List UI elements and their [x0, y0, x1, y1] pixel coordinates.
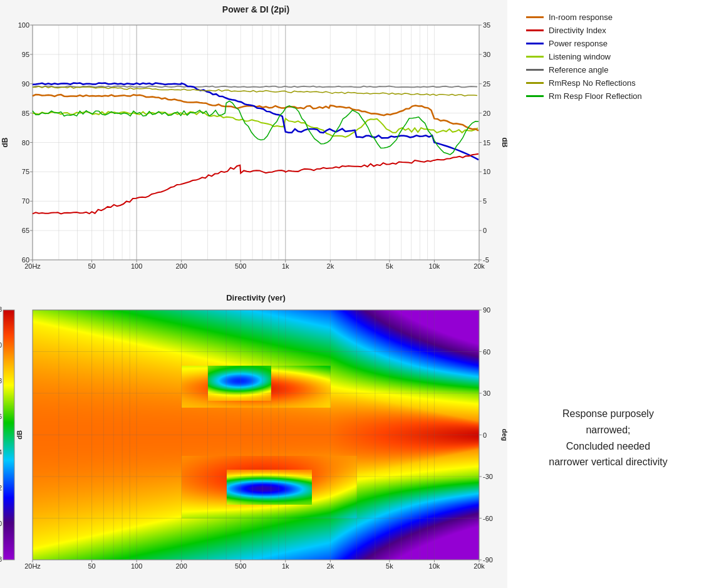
- legend-color-line: [526, 82, 544, 84]
- legend-color-line: [526, 69, 544, 71]
- legend-color-line: [526, 95, 544, 97]
- note-line4: narrower vertical directivity: [549, 456, 667, 467]
- legend-label: Rm Resp Floor Reflection: [549, 91, 642, 101]
- legend-area: In-room responseDirectivity IndexPower r…: [507, 0, 709, 288]
- legend-color-line: [526, 56, 544, 58]
- legend-item: Power response: [526, 39, 703, 48]
- legend-label: Directivity Index: [549, 26, 606, 35]
- legend-label: RmResp No Reflections: [549, 78, 636, 88]
- top-chart-area: [0, 0, 507, 288]
- note-line2: narrowed;: [586, 425, 630, 435]
- legend-color-line: [526, 29, 544, 31]
- legend-item: Directivity Index: [526, 26, 703, 35]
- legend-item: Rm Resp Floor Reflection: [526, 91, 703, 101]
- legend-label: In-room response: [549, 13, 613, 22]
- legend-item: Reference angle: [526, 65, 703, 75]
- legend-item: In-room response: [526, 13, 703, 22]
- note-line3: Concluded needed: [566, 441, 650, 451]
- legend-color-line: [526, 43, 544, 44]
- legend-label: Listening window: [549, 52, 611, 61]
- main-container: In-room responseDirectivity IndexPower r…: [0, 0, 709, 588]
- legend-item: RmResp No Reflections: [526, 78, 703, 88]
- bottom-chart-area: [0, 288, 507, 588]
- legend-label: Reference angle: [549, 65, 608, 75]
- legend-item: Listening window: [526, 52, 703, 61]
- legend-label: Power response: [549, 39, 608, 48]
- bottom-section: Response purposely narrowed; Concluded n…: [0, 288, 709, 588]
- legend-color-line: [526, 16, 544, 18]
- note-area: Response purposely narrowed; Concluded n…: [507, 288, 709, 588]
- note-line1: Response purposely: [562, 408, 654, 419]
- note-text: Response purposely narrowed; Concluded n…: [549, 406, 667, 470]
- top-section: In-room responseDirectivity IndexPower r…: [0, 0, 709, 288]
